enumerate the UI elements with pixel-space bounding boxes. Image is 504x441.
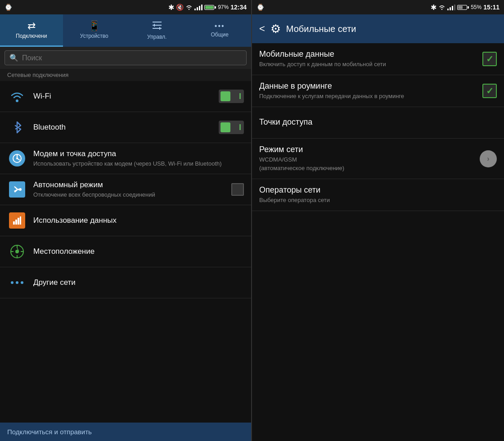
- check-mark-2: ✓: [486, 86, 494, 96]
- manage-icon: [152, 20, 162, 32]
- settings-item-airplane[interactable]: Автономный режим Отключение всех беспров…: [0, 174, 251, 205]
- section-header: Сетевые подключения: [0, 69, 251, 81]
- airplane-icon: [9, 181, 25, 198]
- svg-rect-9: [15, 220, 17, 225]
- bluetooth-icon: [10, 120, 24, 135]
- airplane-title: Автономный режим: [33, 180, 227, 190]
- svg-point-20: [16, 281, 18, 284]
- bluetooth-toggle[interactable]: I: [219, 121, 244, 134]
- back-button[interactable]: <: [259, 23, 265, 35]
- settings-item-bluetooth[interactable]: Bluetooth I: [0, 112, 251, 143]
- right-panel: ⌚ ✱ 55% 15:11: [252, 0, 504, 441]
- modem-item-text: Модем и точка доступа Использовать устро…: [33, 149, 244, 168]
- time-right: 15:11: [483, 4, 500, 11]
- airplane-checkbox[interactable]: [231, 183, 244, 196]
- airplane-icon-wrap: [7, 180, 27, 199]
- time-left: 12:34: [230, 4, 247, 11]
- wifi-toggle[interactable]: I: [219, 90, 244, 103]
- settings-item-location[interactable]: Местоположение: [0, 236, 251, 267]
- modem-icon-wrap: [7, 148, 27, 168]
- battery-pct-left: 97%: [218, 4, 229, 10]
- svg-rect-8: [13, 221, 15, 225]
- modem-icon: [9, 150, 25, 166]
- location-icon: [10, 244, 24, 259]
- settings-item-wifi[interactable]: Wi-Fi I: [0, 81, 251, 112]
- bluetooth-title: Bluetooth: [33, 122, 214, 132]
- modem-title: Модем и точка доступа: [33, 149, 244, 159]
- tab-bar: ⇄ Подключени 📱 Устройство Управл. ••• Об…: [0, 14, 251, 47]
- tab-device-label: Устройство: [80, 33, 108, 39]
- data-roaming-text: Данные в роуминге Подключение к услугам …: [259, 81, 478, 100]
- settings-item-data-usage[interactable]: Использование данных: [0, 205, 251, 236]
- svg-rect-10: [18, 218, 19, 225]
- gear-icon: ⚙: [270, 22, 281, 36]
- right-item-network-operators[interactable]: Операторы сети Выберите оператора сети: [252, 179, 504, 211]
- svg-point-19: [11, 281, 14, 284]
- location-icon-wrap: [7, 242, 27, 261]
- tab-manage-label: Управл.: [147, 34, 166, 40]
- tab-manage[interactable]: Управл.: [126, 14, 189, 47]
- right-settings-list: Мобильные данные Включить доступ к данны…: [252, 43, 504, 441]
- right-title: Мобильные сети: [286, 24, 356, 34]
- data-roaming-subtitle: Подключение к услугам передачи данных в …: [259, 92, 478, 100]
- search-icon: 🔍: [9, 54, 18, 62]
- right-item-access-points[interactable]: Точки доступа: [252, 107, 504, 139]
- settings-list: Wi-Fi I Bluetooth I: [0, 81, 251, 423]
- right-header: < ⚙ Мобильные сети: [252, 14, 504, 43]
- wifi-status-icon: [185, 4, 193, 10]
- right-item-network-mode[interactable]: Режим сети WCDMA/GSM(автоматическое подк…: [252, 139, 504, 179]
- network-operators-title: Операторы сети: [259, 185, 497, 195]
- section-header-text: Сетевые подключения: [7, 72, 68, 78]
- network-mode-title: Режим сети: [259, 145, 475, 154]
- right-status-bar: ⌚ ✱ 55% 15:11: [252, 0, 504, 14]
- access-points-text: Точки доступа: [259, 117, 497, 128]
- wifi-icon: [10, 90, 24, 103]
- wifi-item-text: Wi-Fi: [33, 91, 214, 101]
- search-bar: 🔍: [0, 47, 251, 69]
- mobile-data-check[interactable]: ✓: [482, 52, 497, 66]
- tab-general[interactable]: ••• Общие: [189, 14, 252, 47]
- svg-point-21: [21, 281, 23, 284]
- svg-rect-11: [20, 216, 21, 225]
- arrow-button: ›: [480, 150, 497, 167]
- watch-icon: ⌚: [4, 4, 12, 11]
- network-mode-text: Режим сети WCDMA/GSM(автоматическое подк…: [259, 145, 475, 172]
- search-input[interactable]: [22, 54, 242, 62]
- battery-right: [457, 5, 469, 10]
- tab-connections[interactable]: ⇄ Подключени: [0, 14, 63, 47]
- mute-icon: 🔇: [176, 4, 184, 11]
- signal-bars-right: [447, 4, 455, 10]
- mobile-data-subtitle: Включить доступ к данным по мобильной се…: [259, 60, 478, 68]
- data-roaming-title: Данные в роуминге: [259, 81, 478, 91]
- wifi-title: Wi-Fi: [33, 91, 214, 101]
- right-item-mobile-data[interactable]: Мобильные данные Включить доступ к данны…: [252, 43, 504, 75]
- settings-item-other-networks[interactable]: Другие сети: [0, 267, 251, 298]
- left-panel: ⌚ ✱ 🔇 97% 12:34: [0, 0, 252, 441]
- modem-subtitle: Использовать устройство как модем (через…: [33, 160, 244, 168]
- bluetooth-item-text: Bluetooth: [33, 122, 214, 132]
- network-mode-subtitle: WCDMA/GSM(автоматическое подключение): [259, 156, 475, 172]
- access-points-title: Точки доступа: [259, 117, 497, 127]
- other-networks-icon-wrap: [7, 273, 27, 292]
- search-input-wrap[interactable]: 🔍: [4, 50, 247, 65]
- settings-item-modem[interactable]: Модем и точка доступа Использовать устро…: [0, 143, 251, 174]
- network-operators-text: Операторы сети Выберите оператора сети: [259, 185, 497, 204]
- general-icon: •••: [215, 22, 225, 30]
- data-roaming-check[interactable]: ✓: [482, 84, 497, 98]
- bottom-bar[interactable]: Подключиться и отправить: [0, 423, 251, 441]
- watch-icon-right: ⌚: [256, 4, 264, 11]
- bluetooth-icon-wrap: [7, 117, 27, 137]
- tab-device[interactable]: 📱 Устройство: [63, 14, 126, 47]
- location-item-text: Местоположение: [33, 247, 244, 256]
- bluetooth-status-icon: ✱: [168, 3, 174, 12]
- tab-general-label: Общие: [211, 32, 229, 38]
- battery-left: [204, 5, 216, 10]
- mobile-data-text: Мобильные данные Включить доступ к данны…: [259, 50, 478, 68]
- wifi-icon-wrap: [7, 86, 27, 106]
- other-networks-title: Другие сети: [33, 278, 244, 288]
- network-mode-arrow[interactable]: ›: [480, 150, 497, 167]
- right-item-data-roaming[interactable]: Данные в роуминге Подключение к услугам …: [252, 75, 504, 107]
- data-usage-title: Использование данных: [33, 216, 244, 225]
- signal-bars-left: [194, 4, 202, 10]
- data-usage-icon-wrap: [7, 211, 27, 230]
